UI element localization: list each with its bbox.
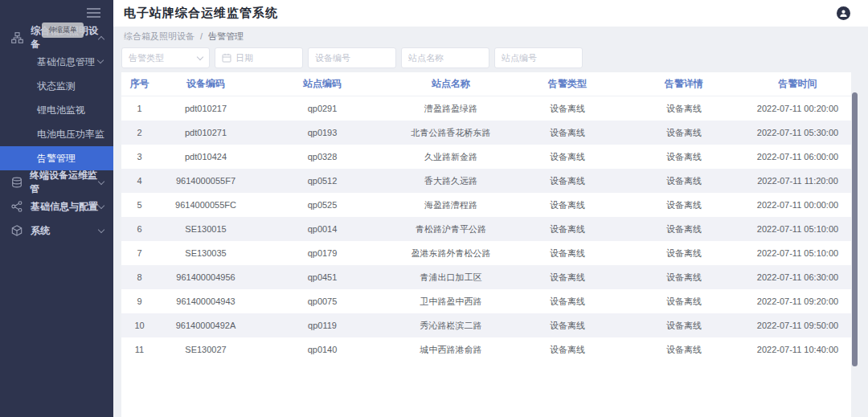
table-cell: qp0140 — [254, 345, 391, 354]
table-cell: 2022-07-11 11:20:00 — [744, 176, 851, 186]
table-cell: qp0512 — [254, 176, 391, 186]
table-cell: 海盈路漕程路 — [391, 199, 511, 211]
sidebar-subitem-label: 状态监测 — [37, 80, 76, 92]
table-cell: 2022-07-11 06:00:00 — [744, 152, 851, 161]
table-cell: 3 — [121, 152, 158, 161]
sidebar-subitem-label: 基础信息管理 — [37, 56, 95, 67]
table-cell: 盈港东路外青松公路 — [391, 247, 511, 260]
table-cell: 设备离线 — [624, 272, 744, 284]
table-header-cell: 序号 — [121, 77, 158, 91]
table-cell: 设备离线 — [624, 344, 744, 356]
table-cell: 设备离线 — [511, 272, 624, 284]
table-cell: 9614000055F7 — [158, 176, 254, 186]
table-cell: qp0451 — [254, 272, 391, 282]
table-cell: 久业路新金路 — [391, 151, 511, 163]
user-avatar-icon[interactable] — [837, 6, 850, 20]
table-cell: 1 — [121, 104, 158, 113]
table-cell: 设备离线 — [511, 344, 624, 356]
table-cell: 4 — [121, 176, 158, 186]
table-row: 1pdt010217qp0291漕盈路盈绿路设备离线设备离线2022-07-11… — [121, 96, 851, 121]
sidebar-subitem-label: 锂电池监视 — [37, 104, 85, 116]
table-cell: 青浦出口加工区 — [391, 272, 511, 284]
chevron-up-icon — [98, 35, 104, 42]
sidebar-item[interactable]: 系统 — [0, 219, 113, 243]
sidebar: 伸缩菜单 综合箱及照明设备基础信息管理状态监测锂电池监视电池电压功率监控告警管理… — [0, 0, 113, 417]
table-cell: 2022-07-11 09:50:00 — [744, 321, 851, 330]
site-name-input[interactable] — [401, 47, 489, 68]
table-row: 9961400004943qp0075卫中路盈中西路设备离线设备离线2022-0… — [121, 289, 851, 313]
table-row: 11SE130027qp0140城中西路港俞路设备离线设备离线2022-07-1… — [121, 337, 851, 362]
table-header-cell: 站点编码 — [254, 77, 391, 91]
table-cell: 96140000492A — [158, 321, 254, 330]
chevron-down-icon — [98, 226, 104, 232]
sidebar-subitem[interactable]: 锂电池监视 — [0, 98, 113, 122]
table-cell: 漕盈路盈绿路 — [391, 103, 511, 115]
table-cell: 香大路久远路 — [391, 175, 511, 187]
date-picker[interactable]: 日期 — [215, 47, 303, 68]
table-cell: qp0525 — [254, 200, 391, 210]
table-cell: 设备离线 — [511, 103, 624, 115]
table-row: 59614000055FCqp0525海盈路漕程路设备离线设备离线2022-07… — [121, 193, 851, 217]
table-cell: qp0291 — [254, 104, 391, 113]
table-cell: 设备离线 — [624, 247, 744, 260]
table-header-cell: 告警详情 — [624, 77, 744, 91]
table-cell: 设备离线 — [511, 151, 624, 163]
table-cell: 2022-07-11 00:00:00 — [744, 200, 851, 210]
table-cell: qp0179 — [254, 248, 391, 258]
sidebar-subitem[interactable]: 基础信息管理 — [0, 50, 113, 74]
table-header-row: 序号设备编码站点编码站点名称告警类型告警详情告警时间 — [121, 72, 851, 96]
site-no-input[interactable] — [494, 47, 583, 68]
table-cell: 2022-07-11 09:20:00 — [744, 296, 851, 306]
table-header-cell: 设备编码 — [158, 77, 254, 91]
breadcrumb-item: 综合箱及照明设备 — [124, 31, 194, 43]
sidebar-subitem[interactable]: 电池电压功率监控 — [0, 122, 113, 146]
table-cell: 8 — [121, 272, 158, 282]
table-scrollbar — [852, 72, 858, 409]
sitemap-icon — [11, 32, 23, 44]
sidebar-subitem-label: 告警管理 — [37, 153, 76, 164]
table-cell: 2022-07-11 05:10:00 — [744, 248, 851, 258]
sidebar-subitem-active[interactable]: 告警管理 — [0, 146, 113, 170]
table-cell: qp0119 — [254, 321, 391, 330]
alarm-type-select[interactable]: 告警类型 — [121, 47, 210, 68]
collapse-menu-tooltip: 伸缩菜单 — [42, 22, 84, 38]
table-cell: 6 — [121, 224, 158, 234]
table-cell: 设备离线 — [624, 199, 744, 211]
table-cell: 设备离线 — [624, 223, 744, 235]
table-row: 49614000055F7qp0512香大路久远路设备离线设备离线2022-07… — [121, 169, 851, 193]
filter-bar: 告警类型 日期 — [121, 47, 583, 68]
table-cell: 2 — [121, 128, 158, 137]
table-header-cell: 站点名称 — [391, 77, 511, 91]
app-root: 伸缩菜单 综合箱及照明设备基础信息管理状态监测锂电池监视电池电压功率监控告警管理… — [0, 0, 868, 417]
sidebar-menu: 综合箱及照明设备基础信息管理状态监测锂电池监视电池电压功率监控告警管理 终端设备… — [0, 26, 113, 243]
breadcrumb-separator: / — [200, 31, 203, 41]
sidebar-item[interactable]: 终端设备运维监管 — [0, 170, 113, 194]
table-cell: 2022-07-11 10:40:00 — [744, 345, 851, 354]
sidebar-item[interactable]: 基础信息与配置 — [0, 194, 113, 219]
table-row: 2pdt010271qp0193北青公路香花桥东路设备离线设备离线2022-07… — [121, 121, 851, 145]
database-icon — [11, 177, 23, 189]
table-cell: SE130035 — [158, 248, 254, 258]
device-no-input[interactable] — [308, 47, 396, 68]
table-cell: 11 — [121, 345, 158, 354]
table-cell: qp0075 — [254, 296, 391, 306]
table-cell: 设备离线 — [624, 151, 744, 163]
table-row: 7SE130035qp0179盈港东路外青松公路设备离线设备离线2022-07-… — [121, 241, 851, 265]
table-cell: pdt010217 — [158, 104, 254, 113]
breadcrumb: 综合箱及照明设备/告警管理 — [113, 27, 244, 46]
table-cell: SE130027 — [158, 345, 254, 354]
collapse-menu-button[interactable] — [87, 6, 100, 20]
share-nodes-icon — [11, 201, 23, 213]
main-area: 电子站牌综合运维监管系统 综合箱及照明设备/告警管理 告警类型 日期 — [113, 0, 868, 417]
table-cell: pdt010271 — [158, 128, 254, 137]
table-cell: 设备离线 — [511, 175, 624, 187]
sidebar-subitem[interactable]: 状态监测 — [0, 74, 113, 98]
table-cell: 设备离线 — [511, 247, 624, 260]
alarm-table: 序号设备编码站点编码站点名称告警类型告警详情告警时间 1pdt010217qp0… — [121, 72, 851, 417]
sidebar-item-label: 基础信息与配置 — [31, 200, 98, 214]
scrollbar-thumb[interactable] — [852, 92, 858, 366]
calendar-icon — [222, 53, 231, 63]
sidebar-item-label: 系统 — [31, 224, 50, 238]
table-cell: 5 — [121, 200, 158, 210]
table-row: 8961400004956qp0451青浦出口加工区设备离线设备离线2022-0… — [121, 265, 851, 289]
